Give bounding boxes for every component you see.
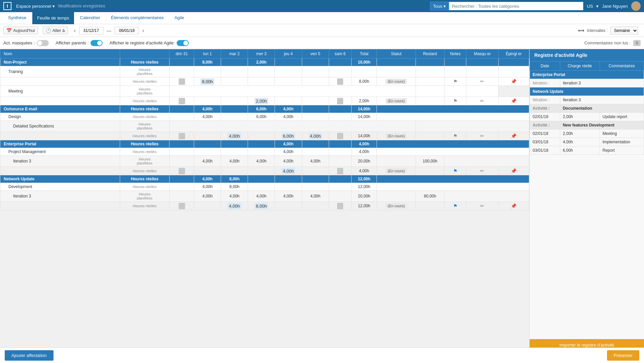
- cell-sam6[interactable]: [329, 202, 351, 210]
- cell-mer3[interactable]: 6,00h: [248, 105, 275, 113]
- pin-icon[interactable]: 📌: [510, 168, 517, 174]
- end-date-input[interactable]: [115, 27, 139, 34]
- cell-dim31[interactable]: [170, 148, 194, 156]
- tab-calendrier[interactable]: Calendrier: [75, 12, 105, 24]
- cell-jeu4[interactable]: [275, 97, 302, 105]
- cell-sam6[interactable]: [329, 105, 351, 113]
- cell-lun1[interactable]: 8,00h: [194, 77, 221, 86]
- start-date-input[interactable]: [79, 27, 103, 34]
- cell-mar2[interactable]: 8,00h: [221, 175, 248, 183]
- cell-ven5[interactable]: [302, 66, 329, 77]
- cell-sam6[interactable]: [329, 113, 351, 121]
- prev-period-button[interactable]: ‹: [73, 28, 77, 34]
- cell-sam6[interactable]: [329, 77, 351, 86]
- cell-jeu4[interactable]: [275, 59, 302, 66]
- cell-sam6[interactable]: [329, 132, 351, 140]
- add-affectation-button[interactable]: Ajouter affectation: [5, 350, 53, 351]
- cell-sam6[interactable]: [329, 183, 351, 191]
- cell-mer3[interactable]: [248, 140, 275, 148]
- cell-dim31[interactable]: [170, 113, 194, 121]
- cell-mer3[interactable]: 6,00h: [248, 113, 275, 121]
- cell-ven5[interactable]: [302, 77, 329, 86]
- cell-sam6[interactable]: [329, 175, 351, 183]
- cell-lun1[interactable]: 4,00h: [194, 156, 221, 167]
- cell-dim31[interactable]: [170, 175, 194, 183]
- cell-mar2[interactable]: 4,00h: [221, 156, 248, 167]
- cell-lun1[interactable]: [194, 132, 221, 140]
- cell-lun1[interactable]: 8,00h: [194, 59, 221, 66]
- cell-ven5[interactable]: [302, 140, 329, 148]
- cell-dim31[interactable]: [170, 59, 194, 66]
- edit-icon[interactable]: ✏: [479, 203, 485, 209]
- cell-sam6[interactable]: [329, 59, 351, 66]
- cell-sam6[interactable]: [329, 66, 351, 77]
- cell-mar2[interactable]: 4,00h: [221, 202, 248, 210]
- cell-lun1[interactable]: 4,00h: [194, 183, 221, 191]
- presenter-button[interactable]: Présenter: [607, 350, 639, 351]
- cell-mar2[interactable]: 8,00h: [221, 183, 248, 191]
- flag-blue-icon[interactable]: ⚑: [453, 203, 458, 209]
- cell-mer3[interactable]: [248, 167, 275, 175]
- search-input[interactable]: [449, 2, 583, 10]
- cell-jeu4[interactable]: [275, 183, 302, 191]
- cell-jeu4[interactable]: [275, 77, 302, 86]
- edit-icon[interactable]: ✏: [479, 79, 485, 84]
- flag-icon[interactable]: ⚑: [453, 133, 458, 139]
- cell-sam6[interactable]: [329, 140, 351, 148]
- cell-lun1[interactable]: 4,00h: [194, 113, 221, 121]
- cell-dim31[interactable]: [170, 132, 194, 140]
- cell-ven5[interactable]: 4,00h: [302, 191, 329, 202]
- cell-ven5[interactable]: [302, 202, 329, 210]
- cell-ven5[interactable]: [302, 175, 329, 183]
- cell-mer3[interactable]: [248, 148, 275, 156]
- cell-dim31[interactable]: [170, 97, 194, 105]
- tab-elements-complementaires[interactable]: Éléments complémentaires: [106, 12, 169, 24]
- cell-mar2[interactable]: 4,00h: [221, 132, 248, 140]
- cell-lun1[interactable]: 4,00h: [194, 175, 221, 183]
- tab-agile[interactable]: Agile: [170, 12, 189, 24]
- cell-dim31[interactable]: [170, 202, 194, 210]
- today-button[interactable]: 📅 Aujourd'hui: [3, 27, 38, 34]
- cell-sam6[interactable]: [329, 148, 351, 156]
- cell-ven5[interactable]: [302, 59, 329, 66]
- cell-ven5[interactable]: 4,00h: [302, 156, 329, 167]
- cell-jeu4[interactable]: 4,00h: [275, 105, 302, 113]
- interval-select[interactable]: Semaine Jour Mois: [610, 27, 638, 35]
- cell-ven5[interactable]: [302, 113, 329, 121]
- cell-mer3[interactable]: [248, 132, 275, 140]
- cell-dim31[interactable]: [170, 66, 194, 77]
- cell-jeu4[interactable]: 4,00h: [275, 140, 302, 148]
- registre-toggle[interactable]: [177, 40, 189, 46]
- cell-mer3[interactable]: [248, 77, 275, 86]
- flag-icon[interactable]: ⚑: [453, 79, 458, 84]
- cell-lun1[interactable]: [194, 140, 221, 148]
- cell-jeu4[interactable]: 4,00h: [275, 167, 302, 175]
- flag-icon[interactable]: ⚑: [453, 98, 458, 104]
- cell-dim31[interactable]: [170, 191, 194, 202]
- cell-sam6[interactable]: [329, 97, 351, 105]
- edit-icon[interactable]: ✏: [479, 168, 485, 174]
- cell-lun1[interactable]: [194, 66, 221, 77]
- cell-ven5[interactable]: [302, 105, 329, 113]
- pin-icon[interactable]: 📌: [510, 133, 517, 139]
- cell-dim31[interactable]: [170, 140, 194, 148]
- flag-blue-icon[interactable]: ⚑: [453, 168, 458, 174]
- cell-dim31[interactable]: [170, 156, 194, 167]
- cell-mar2[interactable]: [221, 167, 248, 175]
- edit-icon[interactable]: ✏: [479, 133, 485, 139]
- cell-mar2[interactable]: [221, 148, 248, 156]
- cell-mer3[interactable]: [248, 66, 275, 77]
- cell-jeu4[interactable]: 4,00h: [275, 113, 302, 121]
- cell-lun1[interactable]: 4,00h: [194, 191, 221, 202]
- cell-sam6[interactable]: [329, 167, 351, 175]
- cell-mer3[interactable]: [248, 175, 275, 183]
- goto-button[interactable]: 🕐 Aller à: [43, 27, 68, 34]
- cell-mer3[interactable]: 2,00h: [248, 59, 275, 66]
- cell-jeu4[interactable]: 4,00h: [275, 156, 302, 167]
- cell-dim31[interactable]: [170, 105, 194, 113]
- cell-jeu4[interactable]: [275, 66, 302, 77]
- cell-mer3[interactable]: 8,00h: [248, 202, 275, 210]
- cell-mar2[interactable]: [221, 140, 248, 148]
- cell-ven5[interactable]: [302, 97, 329, 105]
- cell-mar2[interactable]: [221, 66, 248, 77]
